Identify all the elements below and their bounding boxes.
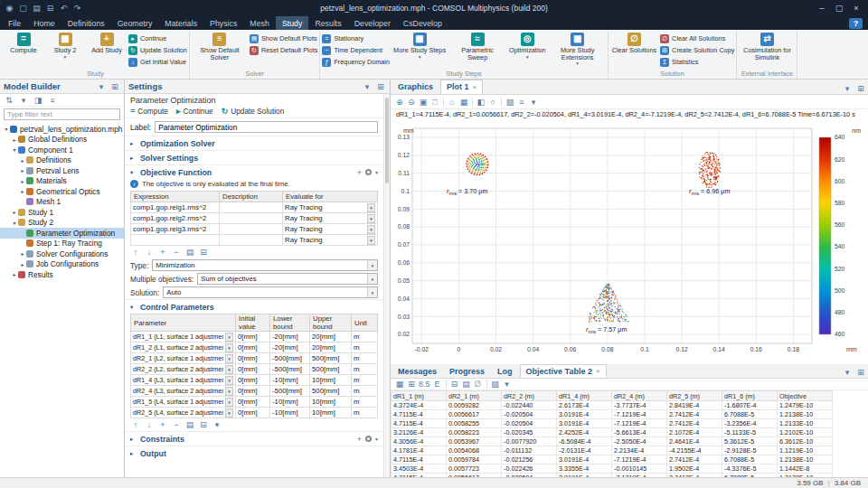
combo-arrow-icon[interactable]: ▾ xyxy=(225,365,233,374)
chevron-right-icon[interactable]: ▸ xyxy=(19,167,26,174)
save-to-file-icon[interactable]: ⊟ xyxy=(198,419,209,430)
initial-value-cell[interactable]: 0[mm] xyxy=(236,375,270,386)
print-icon[interactable]: ≡ xyxy=(516,97,527,108)
show-grid-icon[interactable]: ▦ xyxy=(458,97,469,108)
tab-plot-1[interactable]: Plot 1 × xyxy=(440,80,483,94)
tab-graphics[interactable]: Graphics xyxy=(392,80,439,94)
table-cell[interactable]: 1.2138E-10 xyxy=(778,410,833,419)
table-cell[interactable]: 2.2134E-4 xyxy=(612,446,667,455)
continue-button[interactable]: ▸Continue xyxy=(176,107,213,116)
save-table-icon[interactable]: ⊟ xyxy=(198,247,209,258)
menu-item-mesh[interactable]: Mesh xyxy=(243,16,276,30)
tree-node-parameter-optimization[interactable]: Parameter Optimization xyxy=(0,228,124,239)
table-cell[interactable]: -0.0077920 xyxy=(502,437,557,446)
expression-cell[interactable]: comp1.gop.relg2.rms^2 xyxy=(131,213,220,224)
model-builder-menu-icon[interactable]: ▾ xyxy=(96,81,107,92)
continue-button[interactable]: ▸Continue xyxy=(128,33,187,43)
combo-arrow-icon[interactable]: ▾ xyxy=(225,387,233,396)
expression-cell[interactable]: comp1.gop.relg3.rms^2 xyxy=(131,224,220,235)
tree-node-results[interactable]: ▸Results xyxy=(0,269,124,280)
lower-bound-cell[interactable]: -500[mm] xyxy=(270,364,310,375)
plot-settings-icon[interactable]: ▾ xyxy=(528,97,539,108)
chevron-down-icon[interactable]: ▾ xyxy=(11,146,18,153)
multiple-objectives-select[interactable]: Sum of objectives ▾ xyxy=(197,273,378,285)
table-cell[interactable]: 0.0056617 xyxy=(447,410,502,419)
image-snapshot-icon[interactable]: ▧ xyxy=(505,97,515,108)
menu-item-developer[interactable]: Developer xyxy=(348,16,397,30)
menu-item-materials[interactable]: Materials xyxy=(158,16,203,30)
combo-arrow-icon[interactable]: ▾ xyxy=(367,203,375,212)
close-icon[interactable]: × xyxy=(473,83,477,91)
column-header[interactable]: Upper bound xyxy=(310,314,352,332)
table-cell[interactable]: 2.4252E-4 xyxy=(557,428,612,437)
comsol-logo-icon[interactable]: ◉ xyxy=(4,3,15,14)
evaluate-for-cell[interactable]: Ray Tracing▾ xyxy=(283,224,378,235)
lower-bound-cell[interactable]: -10[mm] xyxy=(270,375,310,386)
reset-default-plots-button[interactable]: ↻Reset Default Plots xyxy=(250,45,317,55)
tree-node-mesh-1[interactable]: Mesh 1 xyxy=(0,197,124,208)
upper-bound-cell[interactable]: 500[mm] xyxy=(310,364,352,375)
table-cell[interactable]: 0.0058223 xyxy=(447,428,502,437)
clear-solutions-button[interactable]: ∅Clear Solutions xyxy=(610,31,658,70)
table-cell[interactable]: 2.8419E-4 xyxy=(667,401,722,410)
type-select[interactable]: Minimization ▾ xyxy=(152,259,378,271)
unit-cell[interactable]: m xyxy=(352,332,378,343)
evaluate-for-cell[interactable]: Ray Tracing▾ xyxy=(283,213,378,224)
table-cell[interactable]: -4.3376E-5 xyxy=(722,465,778,474)
upper-bound-cell[interactable]: 10[mm] xyxy=(310,397,352,408)
show-default-solver-button[interactable]: ≡Show Default Solver xyxy=(192,31,248,70)
section-header[interactable]: ▸ Solver Settings xyxy=(125,151,383,164)
evaluate-for-cell[interactable]: Ray Tracing▾ xyxy=(283,235,378,246)
column-header[interactable]: Description xyxy=(220,192,283,202)
column-header[interactable]: Initial value xyxy=(236,314,270,332)
node-order-icon[interactable]: ≡ xyxy=(47,95,58,106)
table-cell[interactable]: 4.3056E-4 xyxy=(392,437,447,446)
section-header[interactable]: ▸ Constraints + ▾ xyxy=(125,432,383,446)
upper-bound-cell[interactable]: 10[mm] xyxy=(310,408,352,418)
lower-bound-cell[interactable]: -20[mm] xyxy=(270,343,310,353)
more-options-icon[interactable]: ▾ xyxy=(212,419,222,430)
column-header[interactable]: Evaluate for xyxy=(283,192,378,202)
initial-value-cell[interactable]: 0[mm] xyxy=(236,408,270,418)
tree-node-materials[interactable]: ▸Materials xyxy=(0,176,124,187)
unit-cell[interactable]: m xyxy=(352,353,378,364)
update-solution-button[interactable]: ↻Update Solution xyxy=(222,107,285,116)
unit-cell[interactable]: m xyxy=(352,397,378,408)
table-cell[interactable]: 6.7088E-5 xyxy=(722,410,778,419)
minimize-button[interactable]: – xyxy=(814,2,830,14)
show-options-icon[interactable]: ◨ xyxy=(33,95,43,106)
table-options-icon[interactable]: ▾ xyxy=(502,379,513,389)
column-header[interactable]: dR2_4 (m) xyxy=(612,391,667,401)
statistics-button[interactable]: ΣStatistics xyxy=(660,57,734,67)
table-grid-icon[interactable]: ▦ xyxy=(394,379,405,389)
chevron-right-icon[interactable]: ▸ xyxy=(19,250,26,257)
description-cell[interactable] xyxy=(220,213,283,224)
table-cell[interactable]: 4.1781E-4 xyxy=(392,446,447,455)
upper-bound-cell[interactable]: 10[mm] xyxy=(310,375,352,386)
parameter-cell[interactable]: dR1_2 (L1, surface 2 adjustment)▾ xyxy=(131,343,236,353)
menu-item-csdevelop[interactable]: CsDevelop xyxy=(397,16,448,30)
column-header[interactable]: Expression xyxy=(131,192,220,202)
parameter-cell[interactable]: dR1_4 (L3, surface 1 adjustment)▾ xyxy=(131,375,236,386)
menu-item-file[interactable]: File xyxy=(2,16,27,30)
table-cell[interactable]: -2.9128E-5 xyxy=(722,446,778,455)
settings-scrollbar[interactable] xyxy=(383,94,390,477)
table-cell[interactable]: 4.7115E-4 xyxy=(392,455,447,465)
combo-arrow-icon[interactable]: ▾ xyxy=(225,408,233,418)
section-header[interactable]: ▸ Output xyxy=(125,446,383,460)
move-down-icon[interactable]: ↓ xyxy=(144,247,155,258)
combo-arrow-icon[interactable]: ▾ xyxy=(225,343,233,352)
section-menu-icon[interactable]: ▾ xyxy=(375,169,378,175)
menu-item-geometry[interactable]: Geometry xyxy=(111,16,159,30)
lower-bound-cell[interactable]: -10[mm] xyxy=(270,397,310,408)
zoom-out-icon[interactable]: ⊖ xyxy=(406,97,417,108)
table-cell[interactable]: -7.1219E-4 xyxy=(612,419,667,428)
column-header[interactable]: Objective xyxy=(778,391,833,401)
table-cell[interactable]: 1.2102E-10 xyxy=(778,428,833,437)
menu-item-definitions[interactable]: Definitions xyxy=(61,16,111,30)
table-cell[interactable]: 3.0191E-4 xyxy=(557,410,612,419)
load-from-file-icon[interactable]: ▤ xyxy=(184,419,195,430)
chevron-right-icon[interactable]: ▸ xyxy=(19,178,26,184)
add-icon[interactable]: + xyxy=(357,168,362,177)
table-cell[interactable]: -1.6807E-4 xyxy=(722,401,778,410)
